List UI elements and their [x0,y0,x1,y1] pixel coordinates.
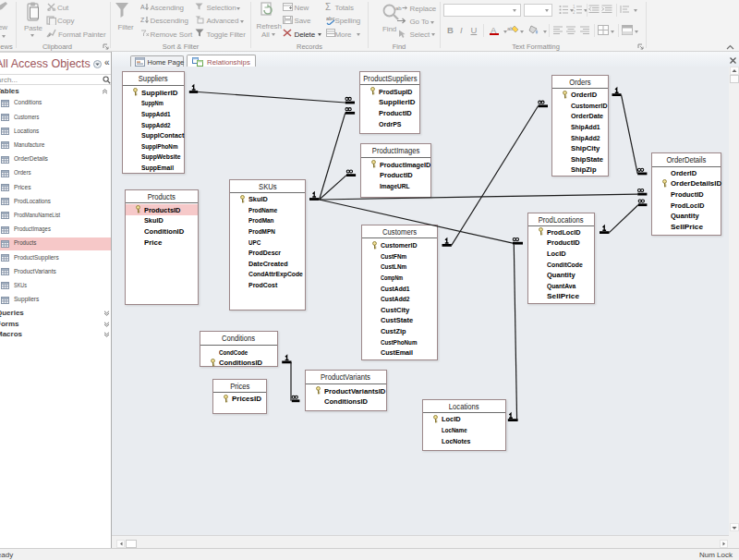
svg-text:A: A [140,4,145,10]
svg-text:ab: ab [395,6,402,11]
svg-text:2: 2 [573,10,575,14]
svg-text:1: 1 [573,5,575,9]
svg-text:Z: Z [140,17,145,23]
